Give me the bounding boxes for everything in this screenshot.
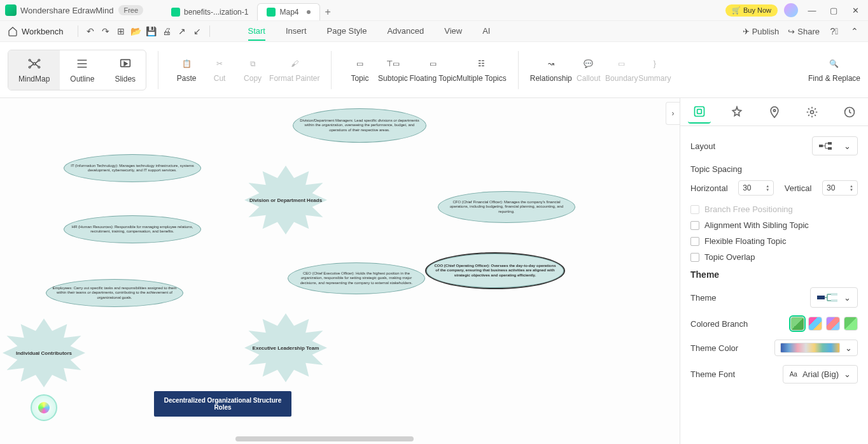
divider — [209, 25, 210, 37]
cut-button[interactable]: ✂Cut — [203, 57, 236, 83]
theme-font-select[interactable]: Aa Arial (Big) ⌄ — [783, 365, 858, 383]
node-hr[interactable]: HR (Human Resources): Responsible for ma… — [64, 215, 201, 243]
tab-map4[interactable]: Map4 — [257, 3, 319, 20]
menu-advanced[interactable]: Advanced — [387, 22, 424, 41]
buy-now-button[interactable]: 🛒 Buy Now — [725, 4, 778, 17]
help-button[interactable]: ?⃝ — [829, 25, 840, 37]
panel-tab-history[interactable] — [838, 101, 861, 124]
import-button[interactable]: ↙ — [192, 25, 203, 37]
theme-font-label: Theme Font — [690, 369, 735, 379]
theme-color-select[interactable]: ⌄ — [774, 340, 858, 356]
callout-button[interactable]: 💬Callout — [572, 57, 605, 83]
color-strip-icon — [780, 343, 840, 353]
publish-label: Publish — [752, 27, 780, 36]
view-slides[interactable]: Slides — [104, 50, 146, 90]
menu-view[interactable]: View — [444, 22, 462, 41]
canvas[interactable]: Division/Department Managers: Lead speci… — [0, 98, 680, 444]
home-icon[interactable] — [8, 26, 18, 36]
subtopic-button[interactable]: ⊤▭Subtopic — [376, 57, 409, 83]
theme-label: Theme — [690, 293, 716, 303]
rb-label: Topic — [351, 74, 368, 83]
tab-benefits[interactable]: benefits-...ization-1 — [162, 4, 257, 20]
multiple-topics-button[interactable]: ☷Multiple Topics — [456, 57, 506, 83]
copy-icon: ⧉ — [246, 57, 259, 70]
menu-insert[interactable]: Insert — [286, 22, 307, 41]
node-exec-team[interactable]: Executive Leadership Team — [244, 313, 327, 382]
panel-collapse-button[interactable]: › — [666, 102, 680, 125]
rb-label: Format Painter — [269, 74, 319, 83]
find-replace-button[interactable]: 🔍Find & Replace — [808, 57, 860, 83]
panel-tab-style[interactable] — [725, 101, 748, 124]
node-ceo[interactable]: CEO (Chief Executive Officer): Holds the… — [288, 262, 425, 294]
view-mindmap[interactable]: MindMap — [8, 50, 60, 90]
mindmap-icon — [27, 57, 41, 71]
svg-rect-7 — [697, 109, 701, 113]
paste-button[interactable]: 📋Paste — [170, 57, 203, 83]
undo-button[interactable]: ↶ — [85, 25, 96, 37]
boundary-button[interactable]: ▭Boundary — [605, 57, 638, 83]
svg-rect-11 — [819, 145, 823, 147]
menu-start[interactable]: Start — [248, 22, 265, 41]
svg-rect-12 — [828, 142, 832, 145]
workbench-link[interactable]: Workbench — [22, 27, 64, 36]
node-cfo[interactable]: CFO (Chief Financial Officer): Manages t… — [438, 191, 575, 223]
collapse-ribbon-button[interactable]: ⌃ — [849, 25, 860, 37]
swatch-2[interactable] — [808, 317, 822, 331]
minimize-button[interactable]: — — [804, 3, 820, 18]
format-painter-button[interactable]: 🖌Format Painter — [269, 57, 319, 83]
user-avatar[interactable] — [784, 3, 798, 17]
relationship-button[interactable]: ↝Relationship — [530, 57, 572, 83]
view-label: MindMap — [18, 75, 50, 83]
view-label: Outline — [70, 75, 94, 83]
chk-label: Topic Overlap — [704, 252, 755, 262]
floating-topic-button[interactable]: ▭Floating Topic — [409, 57, 456, 83]
print-button[interactable]: 🖨 — [161, 25, 172, 37]
node-coo[interactable]: COO (Chief Operating Officer): Oversees … — [426, 254, 564, 288]
open-button[interactable]: 📂 — [130, 25, 142, 37]
maximize-button[interactable]: ▢ — [826, 3, 841, 18]
relationship-icon: ↝ — [545, 57, 557, 70]
vertical-input[interactable]: 30▲▼ — [822, 180, 858, 196]
node-division-managers[interactable]: Division/Department Managers: Lead speci… — [293, 108, 426, 143]
new-button[interactable]: ⊞ — [115, 25, 127, 37]
node-it[interactable]: IT (Information Technology): Manages tec… — [64, 154, 201, 182]
chk-flex-float[interactable] — [690, 237, 699, 246]
copy-button[interactable]: ⧉Copy — [236, 57, 269, 83]
node-root[interactable]: Decentralized Organizational Structure R… — [154, 391, 291, 417]
new-tab-button[interactable]: + — [320, 4, 336, 20]
node-individual-contributors[interactable]: Individual Contributors — [3, 319, 85, 387]
view-outline[interactable]: Outline — [60, 50, 104, 90]
close-button[interactable]: ✕ — [848, 3, 863, 18]
topic-icon: ▭ — [353, 57, 366, 70]
paste-icon: 📋 — [180, 57, 193, 70]
redo-button[interactable]: ↷ — [100, 25, 111, 37]
summary-button[interactable]: }Summary — [638, 57, 671, 83]
swatch-4[interactable] — [844, 317, 858, 331]
chevron-down-icon: ⌄ — [844, 293, 851, 303]
export-button[interactable]: ↗ — [176, 25, 188, 37]
menu-ai[interactable]: AI — [482, 22, 490, 41]
swatch-3[interactable] — [826, 317, 840, 331]
topic-button[interactable]: ▭Topic — [343, 57, 376, 83]
menu-page-style[interactable]: Page Style — [327, 22, 367, 41]
panel-tab-settings[interactable] — [801, 101, 823, 124]
ribbon: MindMap Outline Slides 📋Paste ✂Cut ⧉Copy… — [0, 42, 868, 98]
chk-overlap[interactable] — [690, 253, 699, 262]
node-division-heads[interactable]: Division or Department Heads — [244, 166, 327, 234]
theme-select[interactable]: ⌄ — [810, 287, 858, 308]
swatch-1[interactable] — [790, 317, 804, 331]
node-employees[interactable]: Employees: Carry out specific tasks and … — [46, 279, 183, 307]
horizontal-input[interactable]: 30▲▼ — [738, 180, 774, 196]
chk-align-sibling[interactable] — [690, 221, 699, 230]
horizontal-scrollbar[interactable] — [235, 436, 414, 441]
panel-tab-map[interactable] — [763, 101, 786, 124]
share-button[interactable]: ↪ Share — [788, 27, 820, 36]
document-tabs: benefits-...ization-1 Map4 + — [162, 0, 336, 20]
share-icon: ↪ — [788, 27, 795, 36]
save-button[interactable]: 💾 — [146, 25, 157, 37]
panel-tab-layout[interactable] — [688, 101, 711, 124]
publish-button[interactable]: ✈ Publish — [743, 27, 780, 36]
ai-fab-button[interactable] — [31, 394, 57, 421]
rb-label: Relationship — [530, 74, 572, 83]
layout-select[interactable]: ⌄ — [812, 136, 858, 155]
